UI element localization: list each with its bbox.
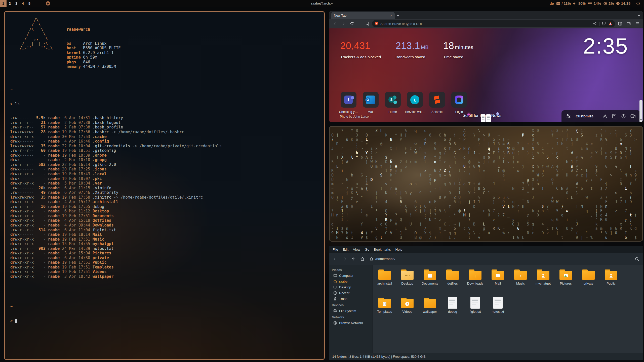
menu-help[interactable]: Help	[393, 246, 405, 253]
wallet-icon[interactable]	[625, 20, 632, 27]
back-button[interactable]	[331, 20, 338, 27]
file-item-label: private	[583, 282, 593, 285]
prompt-command: > ls	[10, 102, 318, 107]
news-peek-book-icon[interactable]	[480, 114, 492, 122]
file-item-desktop[interactable]: Desktop	[396, 268, 419, 295]
customize-button[interactable]: Customize	[576, 114, 593, 118]
terminal-window[interactable]: /\ / \ /\ \ / \ / ,, \ / | | -\ /_-'' ''…	[4, 11, 325, 360]
terminal-cursor	[15, 319, 17, 323]
menu-view[interactable]: View	[351, 246, 363, 253]
file-item-public[interactable]: Public	[600, 268, 622, 295]
clock-widget: 14:35	[616, 2, 630, 6]
reload-button[interactable]	[348, 20, 355, 27]
fm-forward-button[interactable]	[341, 256, 347, 262]
tab-search-chevron-icon[interactable]	[637, 13, 641, 18]
sidebar-item-label: Desktop	[339, 285, 351, 289]
shortcut-herzlich-will[interactable]: tHerzlich will…	[407, 92, 423, 114]
workspace-1[interactable]: 1	[0, 0, 7, 7]
settings-gear-icon[interactable]	[603, 114, 608, 119]
shortcut-checking-y[interactable]: TChecking y…	[340, 92, 356, 114]
file-item-mychatgpt[interactable]: mychatgpt	[532, 268, 554, 295]
file-item-label: Public	[607, 282, 615, 285]
file-item-templates[interactable]: Templates	[373, 297, 396, 323]
sidebar-item-browse-network[interactable]: Browse Network	[329, 320, 373, 326]
sidebar-item-raabe[interactable]: raabe	[329, 279, 373, 284]
menu-icon[interactable]	[634, 20, 641, 27]
workspace-5[interactable]: 5	[26, 0, 33, 7]
emblem-down-icon: ↓	[474, 274, 476, 278]
stat-label: Time saved	[443, 55, 473, 59]
launcher-icon[interactable]	[46, 1, 50, 6]
folder-icon	[582, 268, 595, 280]
file-item-dotfiles[interactable]: dotfiles	[441, 268, 464, 295]
file-item-archinstall[interactable]: archinstall	[373, 268, 396, 295]
sidebar-item-desktop[interactable]: Desktop	[329, 284, 373, 290]
rewards-triangle-icon[interactable]	[608, 22, 613, 26]
bookmarks-button[interactable]	[364, 20, 371, 27]
ls-entry-icons: drwx------ - raabe 20 Feb 17:25 .icons	[10, 167, 318, 172]
fetch-field-value: 6.2.9-arch1-1	[83, 51, 113, 55]
matrix-terminal-window[interactable]: 7 Y8 Zh % q d A \ X0 u3;7 {1 ^r ~ Y Qj 3…	[329, 126, 643, 242]
photo-credit[interactable]: Photo by John Larson	[340, 115, 371, 118]
file-item-mail[interactable]: Mail	[487, 268, 509, 295]
tab-new-tab[interactable]: New Tab ×	[331, 12, 395, 19]
fm-statusbar: 14 folders | 3 files: 1.4 KiB (1,433 byt…	[329, 353, 643, 360]
stat-value: 213.1MB	[395, 40, 429, 51]
menu-file[interactable]: File	[330, 246, 340, 253]
file-item-private[interactable]: private	[577, 268, 600, 295]
ls-entry-pki: drwx------ - raabe 19 Feb 18:07 .pki	[10, 176, 318, 181]
bookmark-card-icon[interactable]	[612, 114, 617, 118]
workspace-3[interactable]: 3	[13, 0, 20, 7]
menu-go[interactable]: Go	[363, 246, 372, 253]
fm-path-bar[interactable]: /home/raabe/	[370, 255, 630, 263]
fm-back-button[interactable]	[332, 256, 338, 262]
power-widget[interactable]	[636, 2, 640, 5]
new-tab-button[interactable]: +	[395, 12, 401, 19]
fetch-field-os: os Arch Linux	[67, 41, 121, 46]
file-item-music[interactable]: ♪Music	[509, 268, 532, 295]
prompt-active[interactable]: >	[10, 319, 318, 323]
sidebar-item-file-system[interactable]: File System	[329, 308, 373, 314]
sidebar-item-recent[interactable]: Recent	[329, 290, 373, 296]
camera-icon[interactable]	[630, 114, 636, 118]
file-item-wallpaper[interactable]: wallpaper	[419, 297, 441, 323]
file-item-videos[interactable]: Videos	[396, 297, 419, 323]
document-glyph	[470, 297, 480, 309]
sidebar-item-label: Browse Network	[339, 321, 363, 325]
workspace-4[interactable]: 4	[20, 0, 26, 7]
history-icon[interactable]	[621, 114, 626, 119]
file-item-debug[interactable]: debug	[441, 297, 464, 323]
fm-search-button[interactable]	[634, 256, 640, 262]
sidebar-panel-icon[interactable]	[617, 20, 624, 27]
tab-close-icon[interactable]: ×	[390, 14, 392, 18]
sidebar-item-computer[interactable]: Computer	[329, 273, 373, 279]
menu-edit[interactable]: Edit	[340, 246, 351, 253]
shortcut-login[interactable]: Login	[451, 92, 467, 114]
shortcut-mail[interactable]: OMail	[363, 92, 379, 114]
file-item-figlet-txt[interactable]: figlet.txt	[464, 297, 487, 323]
peek-dot	[496, 112, 499, 115]
brand-letter: t	[414, 97, 416, 103]
url-bar[interactable]: Search Brave or type a URL	[372, 20, 615, 27]
file-item-documents[interactable]: Documents	[419, 268, 441, 295]
shortcut-home[interactable]: SHome	[385, 92, 401, 114]
fm-home-button[interactable]	[359, 256, 366, 262]
forward-button[interactable]	[340, 20, 347, 27]
fm-sidebar: PlacesComputerraabeDesktopRecentTrashDev…	[329, 265, 373, 353]
sidebar-item-trash[interactable]: Trash	[329, 296, 373, 302]
shortcut-seismic[interactable]: Seismic	[429, 92, 445, 114]
folder-icon	[491, 268, 504, 280]
ls-entry-xinitrc: lrwxrwxrwx 35 raabe 19 Feb 17:58 .xinitr…	[10, 195, 318, 200]
disk-widget: / 11%	[556, 2, 571, 6]
ls-entry-public: drwxr-xr-x - raabe 19 Feb 17:51 Public	[10, 260, 318, 265]
page-scrollbar[interactable]	[639, 100, 642, 122]
file-item-pictures[interactable]: Pictures	[554, 268, 577, 295]
fm-up-button[interactable]	[350, 256, 356, 262]
shields-icon[interactable]	[602, 22, 606, 26]
share-icon[interactable]	[593, 22, 597, 26]
folder-icon	[401, 297, 414, 308]
file-item-notes-txt[interactable]: notes.txt	[487, 297, 509, 323]
menu-bookmarks[interactable]: Bookmarks	[372, 246, 393, 253]
file-item-downloads[interactable]: ↓Downloads	[464, 268, 487, 295]
workspace-2[interactable]: 2	[7, 0, 13, 7]
